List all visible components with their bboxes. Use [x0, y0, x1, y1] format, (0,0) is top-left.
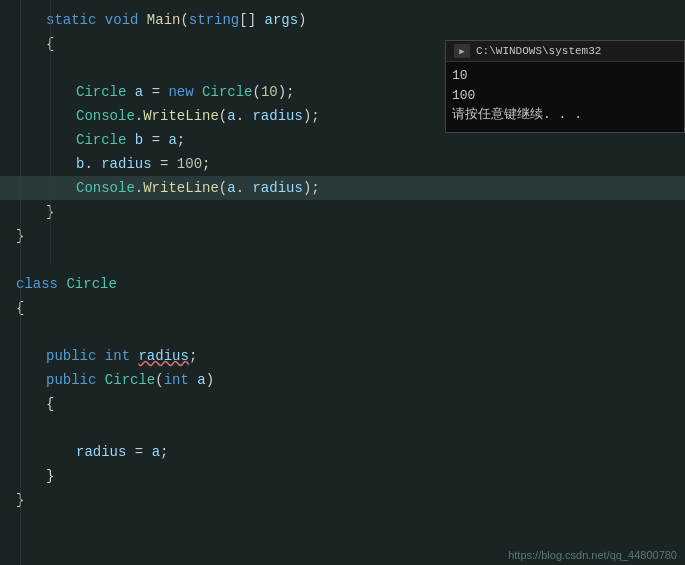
variable: a — [227, 180, 235, 196]
code-line: radius = a ; — [0, 440, 685, 464]
type-name: Console — [76, 108, 135, 124]
property: radius — [252, 108, 302, 124]
code-line — [0, 416, 685, 440]
terminal-output-2: 100 — [452, 86, 678, 106]
keyword: public — [46, 372, 96, 388]
code-editor: static void Main ( string [] args ) { Ci… — [0, 0, 685, 565]
terminal-window: ▶ C:\WINDOWS\system32 10 100 请按任意键继续. . … — [445, 40, 685, 133]
variable: a — [168, 132, 176, 148]
variable: b — [135, 132, 143, 148]
terminal-body: 10 100 请按任意键继续. . . — [446, 62, 684, 132]
type-name: Circle — [76, 132, 126, 148]
code-line — [0, 248, 685, 272]
terminal-titlebar: ▶ C:\WINDOWS\system32 — [446, 41, 684, 62]
keyword: int — [105, 348, 130, 364]
keyword: public — [46, 348, 96, 364]
terminal-output-1: 10 — [452, 66, 678, 86]
code-line: static void Main ( string [] args ) — [0, 8, 685, 32]
method-name: Main — [147, 12, 181, 28]
code-line: class Circle — [0, 272, 685, 296]
parameter: a — [152, 444, 160, 460]
keyword: static — [46, 12, 96, 28]
code-line — [0, 320, 685, 344]
terminal-prompt: 请按任意键继续. . . — [452, 105, 678, 125]
keyword: void — [105, 12, 139, 28]
keyword: string — [189, 12, 239, 28]
parameter: a — [197, 372, 205, 388]
code-line: } — [0, 488, 685, 512]
code-line: } — [0, 464, 685, 488]
property: radius — [101, 156, 151, 172]
keyword: int — [164, 372, 189, 388]
type-name: Console — [76, 180, 135, 196]
property: radius — [252, 180, 302, 196]
terminal-title: C:\WINDOWS\system32 — [476, 45, 601, 57]
keyword: class — [16, 276, 58, 292]
watermark: https://blog.csdn.net/qq_44800780 — [508, 549, 677, 561]
method-name: WriteLine — [143, 180, 219, 196]
code-line: { — [0, 296, 685, 320]
terminal-icon: ▶ — [454, 44, 470, 58]
code-line: public Circle ( int a ) — [0, 368, 685, 392]
number: 100 — [177, 156, 202, 172]
code-line-highlighted: Console . WriteLine ( a . radius ); — [0, 176, 685, 200]
code-line: } — [0, 224, 685, 248]
code-line: } — [0, 200, 685, 224]
code-line: b . radius = 100 ; — [0, 152, 685, 176]
parameter: args — [265, 12, 299, 28]
variable: a — [227, 108, 235, 124]
code-line: { — [0, 392, 685, 416]
property: radius — [76, 444, 126, 460]
type-name: Circle — [105, 372, 155, 388]
type-name: Circle — [202, 84, 252, 100]
number: 10 — [261, 84, 278, 100]
indent-guide-2 — [50, 0, 51, 265]
keyword: new — [168, 84, 193, 100]
indent-guide-1 — [20, 0, 21, 565]
class-name: Circle — [66, 276, 116, 292]
variable: b — [76, 156, 84, 172]
type-name: Circle — [76, 84, 126, 100]
property: radius — [138, 348, 188, 364]
variable: a — [135, 84, 143, 100]
code-line: public int radius ; — [0, 344, 685, 368]
method-name: WriteLine — [143, 108, 219, 124]
